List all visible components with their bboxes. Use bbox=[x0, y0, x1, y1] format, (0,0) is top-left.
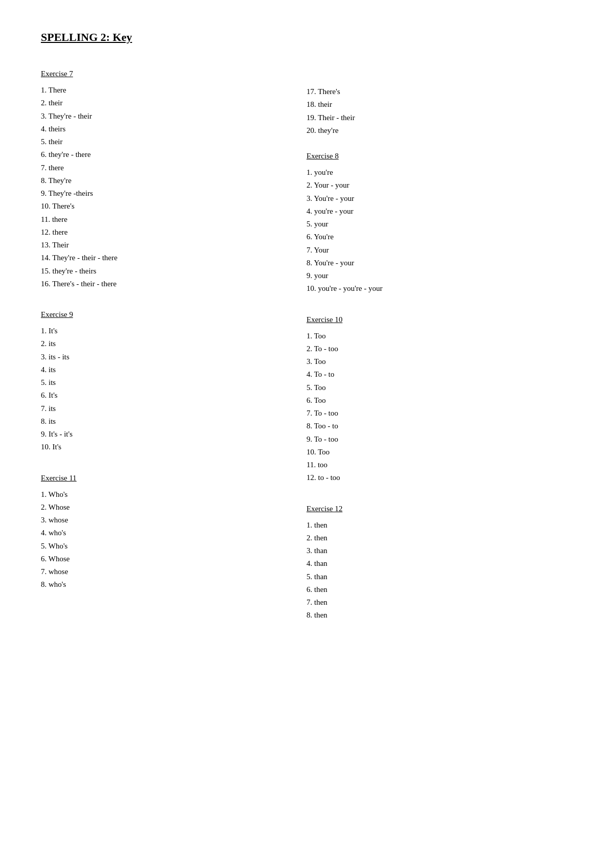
list-item: 12. there bbox=[41, 226, 296, 238]
exercise9-list: 1. It's2. its3. its - its4. its5. its6. … bbox=[41, 325, 296, 453]
list-item: 6. they're - there bbox=[41, 149, 296, 161]
list-item: 4. who's bbox=[41, 527, 296, 539]
list-item: 3. its - its bbox=[41, 351, 296, 363]
list-item: 14. They're - their - there bbox=[41, 252, 296, 264]
list-item: 1. you're bbox=[306, 167, 562, 178]
exercise10-list: 1. Too2. To - too3. Too4. To - to5. Too6… bbox=[306, 330, 562, 484]
list-item: 1. There bbox=[41, 84, 296, 96]
list-item: 3. You're - your bbox=[306, 193, 562, 204]
page-title: SPELLING 2: Key bbox=[41, 31, 572, 44]
list-item: 10. you're - you're - your bbox=[306, 283, 562, 294]
list-item: 6. Too bbox=[306, 395, 562, 406]
list-item: 4. you're - your bbox=[306, 205, 562, 217]
list-item: 9. your bbox=[306, 270, 562, 282]
list-item: 9. To - too bbox=[306, 433, 562, 445]
list-item: 9. They're -theirs bbox=[41, 188, 296, 199]
list-item: 15. they're - theirs bbox=[41, 265, 296, 277]
list-item: 16. There's - their - there bbox=[41, 278, 296, 290]
list-item: 5. their bbox=[41, 136, 296, 148]
exercise7-section: Exercise 7 1. There2. their3. They're - … bbox=[41, 70, 306, 290]
exercise7right-section: 17. There's18. their19. Their - their20.… bbox=[306, 86, 572, 136]
list-item: 4. than bbox=[306, 558, 562, 569]
list-item: 2. its bbox=[41, 338, 296, 350]
list-item: 1. Who's bbox=[41, 489, 296, 500]
list-item: 5. than bbox=[306, 571, 562, 583]
list-item: 7. Your bbox=[306, 244, 562, 256]
exercise12-title: Exercise 12 bbox=[306, 505, 562, 513]
list-item: 9. It's - it's bbox=[41, 428, 296, 440]
list-item: 8. You're - your bbox=[306, 257, 562, 269]
list-item: 6. You're bbox=[306, 231, 562, 243]
list-item: 1. It's bbox=[41, 325, 296, 337]
list-item: 5. Too bbox=[306, 382, 562, 394]
list-item: 3. whose bbox=[41, 514, 296, 526]
list-item: 7. then bbox=[306, 597, 562, 608]
exercise12-section: Exercise 12 1. then2. then3. than4. than… bbox=[306, 505, 572, 622]
exercise10-title: Exercise 10 bbox=[306, 315, 562, 324]
exercise9-section: Exercise 9 1. It's2. its3. its - its4. i… bbox=[41, 310, 306, 453]
list-item: 11. there bbox=[41, 214, 296, 225]
list-item: 4. theirs bbox=[41, 123, 296, 135]
exercise11-section: Exercise 11 1. Who's2. Whose3. whose4. w… bbox=[41, 474, 306, 591]
list-item: 6. then bbox=[306, 584, 562, 596]
list-item: 20. they're bbox=[306, 125, 562, 136]
exercise9-title: Exercise 9 bbox=[41, 310, 296, 319]
list-item: 7. there bbox=[41, 162, 296, 174]
list-item: 10. It's bbox=[41, 441, 296, 453]
list-item: 2. To - too bbox=[306, 343, 562, 355]
exercise10-section: Exercise 10 1. Too2. To - too3. Too4. To… bbox=[306, 315, 572, 484]
list-item: 10. Too bbox=[306, 446, 562, 458]
list-item: 8. its bbox=[41, 416, 296, 427]
exercise7right-list: 17. There's18. their19. Their - their20.… bbox=[306, 86, 562, 136]
exercise7-list: 1. There2. their3. They're - their4. the… bbox=[41, 84, 296, 290]
list-item: 8. Too - to bbox=[306, 420, 562, 432]
list-item: 8. who's bbox=[41, 579, 296, 590]
list-item: 7. its bbox=[41, 403, 296, 415]
list-item: 8. They're bbox=[41, 175, 296, 187]
exercise7-title: Exercise 7 bbox=[41, 70, 296, 78]
exercise11-title: Exercise 11 bbox=[41, 474, 296, 483]
list-item: 6. Whose bbox=[41, 553, 296, 565]
list-item: 19. Their - their bbox=[306, 112, 562, 124]
list-item: 4. To - to bbox=[306, 369, 562, 380]
list-item: 2. Your - your bbox=[306, 179, 562, 191]
list-item: 11. too bbox=[306, 459, 562, 471]
list-item: 12. to - too bbox=[306, 472, 562, 484]
list-item: 3. than bbox=[306, 545, 562, 557]
exercise8-section: Exercise 8 1. you're2. Your - your3. You… bbox=[306, 152, 572, 295]
list-item: 2. their bbox=[41, 97, 296, 109]
list-item: 13. Their bbox=[41, 239, 296, 251]
list-item: 18. their bbox=[306, 99, 562, 110]
list-item: 3. Too bbox=[306, 356, 562, 368]
list-item: 4. its bbox=[41, 364, 296, 376]
list-item: 5. its bbox=[41, 377, 296, 389]
exercise12-list: 1. then2. then3. than4. than5. than6. th… bbox=[306, 519, 562, 622]
exercise8-list: 1. you're2. Your - your3. You're - your4… bbox=[306, 167, 562, 295]
list-item: 1. Too bbox=[306, 330, 562, 342]
list-item: 7. whose bbox=[41, 566, 296, 578]
list-item: 5. your bbox=[306, 218, 562, 230]
list-item: 2. then bbox=[306, 532, 562, 544]
list-item: 17. There's bbox=[306, 86, 562, 98]
list-item: 5. Who's bbox=[41, 540, 296, 552]
list-item: 8. then bbox=[306, 609, 562, 621]
list-item: 7. To - too bbox=[306, 407, 562, 419]
exercise8-title: Exercise 8 bbox=[306, 152, 562, 161]
exercise11-list: 1. Who's2. Whose3. whose4. who's5. Who's… bbox=[41, 489, 296, 591]
list-item: 10. There's bbox=[41, 200, 296, 212]
list-item: 1. then bbox=[306, 519, 562, 531]
list-item: 6. It's bbox=[41, 390, 296, 401]
list-item: 3. They're - their bbox=[41, 110, 296, 122]
list-item: 2. Whose bbox=[41, 501, 296, 513]
